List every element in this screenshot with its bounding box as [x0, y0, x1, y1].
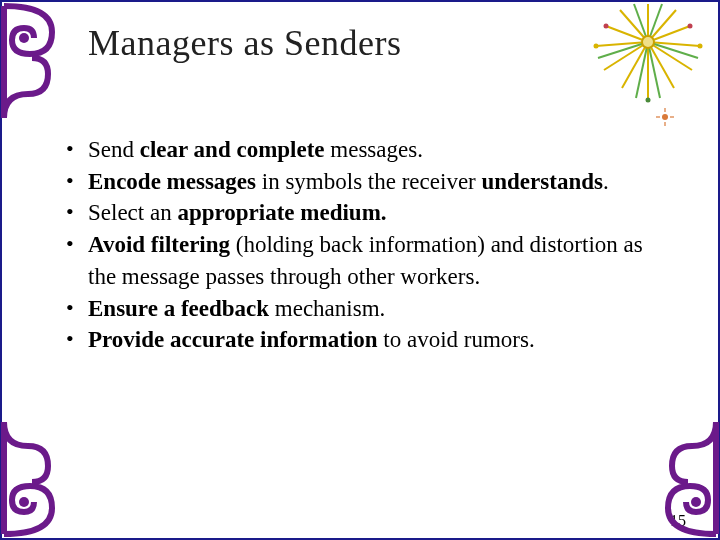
- svg-point-0: [19, 33, 29, 43]
- svg-line-4: [648, 10, 676, 42]
- svg-line-15: [648, 4, 662, 42]
- bullet-item: Avoid filtering (holding back informatio…: [62, 229, 658, 292]
- text-bold: Avoid filtering: [88, 232, 230, 257]
- svg-line-14: [620, 10, 648, 42]
- bullet-item: Provide accurate information to avoid ru…: [62, 324, 658, 356]
- slide: Managers as Senders Send clear and compl…: [0, 0, 720, 540]
- text: to avoid rumors.: [378, 327, 535, 352]
- firework-icon: [588, 2, 708, 112]
- text: in symbols the receiver: [256, 169, 476, 194]
- svg-line-6: [648, 42, 700, 46]
- text: Select an: [88, 200, 177, 225]
- svg-line-12: [596, 42, 648, 46]
- svg-line-17: [648, 42, 698, 58]
- svg-point-22: [688, 24, 693, 29]
- corner-scroll-icon: [0, 2, 60, 122]
- slide-body: Send clear and complete messages. Encode…: [62, 134, 658, 356]
- svg-point-27: [662, 114, 668, 120]
- slide-title: Managers as Senders: [88, 22, 401, 64]
- svg-point-25: [698, 44, 703, 49]
- sparkle-icon: [656, 108, 674, 126]
- bullet-item: Encode messages in symbols the receiver …: [62, 166, 658, 198]
- svg-line-13: [606, 26, 648, 42]
- text: messages.: [325, 137, 423, 162]
- svg-line-7: [648, 42, 692, 70]
- svg-point-24: [646, 98, 651, 103]
- svg-line-18: [598, 42, 648, 58]
- svg-point-21: [642, 36, 654, 48]
- text-bold: Ensure a feedback: [88, 296, 269, 321]
- page-number: 15: [670, 512, 686, 530]
- svg-point-23: [604, 24, 609, 29]
- corner-scroll-icon: [0, 418, 60, 538]
- svg-line-8: [648, 42, 674, 88]
- svg-point-1: [19, 497, 29, 507]
- svg-line-19: [648, 42, 660, 98]
- text-bold: understands: [482, 169, 603, 194]
- svg-line-10: [622, 42, 648, 88]
- text-bold: clear and complete: [140, 137, 325, 162]
- svg-point-26: [594, 44, 599, 49]
- bullet-item: Send clear and complete messages.: [62, 134, 658, 166]
- bullet-item: Ensure a feedback mechanism.: [62, 293, 658, 325]
- svg-line-16: [634, 4, 648, 42]
- text: mechanism.: [269, 296, 385, 321]
- svg-point-2: [691, 497, 701, 507]
- corner-scroll-icon: [660, 418, 720, 538]
- text-bold: Encode messages: [88, 169, 256, 194]
- text: Send: [88, 137, 140, 162]
- svg-line-11: [604, 42, 648, 70]
- svg-line-5: [648, 26, 690, 42]
- text-bold: appropriate medium.: [177, 200, 386, 225]
- text: .: [603, 169, 609, 194]
- text-bold: Provide accurate information: [88, 327, 378, 352]
- svg-line-20: [636, 42, 648, 98]
- bullet-item: Select an appropriate medium.: [62, 197, 658, 229]
